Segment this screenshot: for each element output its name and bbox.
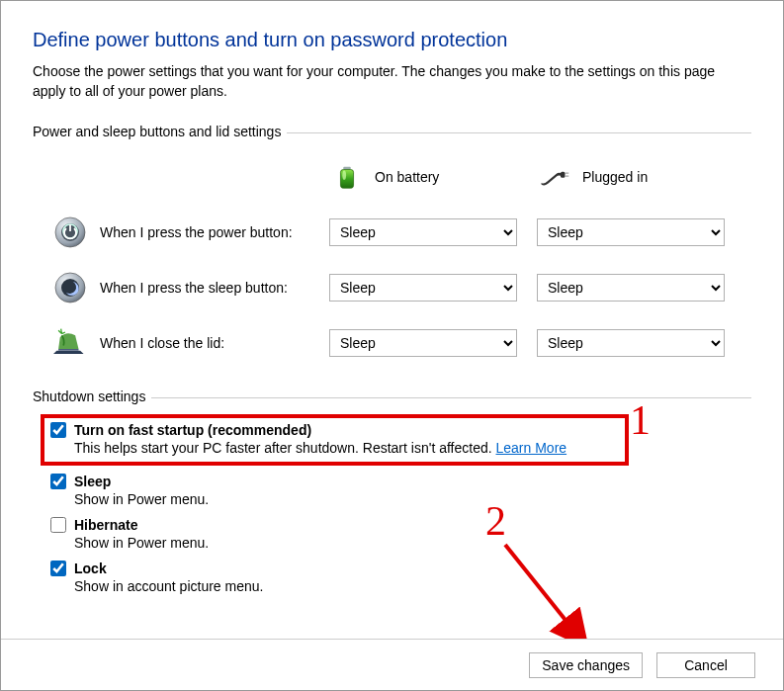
checkbox-label-lock: Lock — [74, 561, 107, 576]
svg-rect-1 — [340, 169, 353, 188]
column-header-battery-label: On battery — [375, 169, 439, 185]
svg-rect-0 — [343, 166, 351, 169]
select-power-battery[interactable]: Sleep — [329, 218, 517, 246]
group-shutdown-settings: Shutdown settings Turn on fast startup (… — [33, 389, 751, 594]
checkbox-label-sleep: Sleep — [74, 474, 111, 489]
column-header-plugged-label: Plugged in — [582, 169, 648, 185]
dialog-button-bar: Save changes Cancel — [1, 639, 783, 690]
cancel-button[interactable]: Cancel — [656, 652, 755, 678]
sleep-button-icon — [52, 270, 88, 305]
save-changes-button[interactable]: Save changes — [529, 652, 643, 678]
checkbox-lock[interactable] — [50, 561, 66, 576]
svg-rect-4 — [566, 172, 569, 173]
check-item-fast-startup: Turn on fast startup (recommended) This … — [50, 422, 619, 456]
page-title: Define power buttons and turn on passwor… — [33, 29, 751, 51]
check-item-lock: Lock Show in account picture menu. — [50, 561, 751, 594]
group-legend-power: Power and sleep buttons and lid settings — [33, 124, 287, 139]
select-lid-battery[interactable]: Sleep — [329, 329, 517, 357]
checkbox-desc-fast-startup: This helps start your PC faster after sh… — [74, 440, 496, 456]
annotation-highlight-box: Turn on fast startup (recommended) This … — [41, 414, 629, 466]
checkbox-desc-lock: Show in account picture menu. — [74, 578, 751, 594]
checkbox-desc-hibernate: Show in Power menu. — [74, 535, 751, 551]
column-header-battery: On battery — [329, 159, 527, 195]
row-sleep-button: When I press the sleep button: Sleep Sle… — [33, 260, 751, 315]
learn-more-link[interactable]: Learn More — [496, 440, 567, 456]
checkbox-hibernate[interactable] — [50, 517, 66, 533]
row-lid: When I close the lid: Sleep Sleep — [33, 315, 751, 371]
checkbox-label-fast-startup: Turn on fast startup (recommended) — [74, 422, 311, 438]
svg-rect-5 — [566, 175, 569, 176]
group-power-sleep-lid: Power and sleep buttons and lid settings — [33, 124, 751, 371]
checkbox-desc-sleep: Show in Power menu. — [74, 491, 751, 507]
checkbox-label-hibernate: Hibernate — [74, 517, 138, 533]
select-lid-plugged[interactable]: Sleep — [537, 329, 725, 357]
select-sleep-plugged[interactable]: Sleep — [537, 274, 725, 302]
column-header-plugged: Plugged in — [537, 159, 735, 195]
row-label-power-button: When I press the power button: — [100, 224, 293, 240]
checkbox-fast-startup[interactable] — [50, 422, 66, 438]
select-sleep-battery[interactable]: Sleep — [329, 274, 517, 302]
select-power-plugged[interactable]: Sleep — [537, 218, 725, 246]
battery-icon — [329, 159, 365, 195]
checkbox-sleep[interactable] — [50, 474, 66, 489]
svg-point-2 — [342, 170, 346, 179]
row-label-sleep-button: When I press the sleep button: — [100, 280, 288, 296]
check-item-sleep: Sleep Show in Power menu. — [50, 474, 751, 507]
plug-icon — [537, 159, 572, 195]
power-button-icon — [52, 215, 88, 250]
svg-rect-3 — [561, 171, 566, 177]
row-power-button: When I press the power button: Sleep Sle… — [33, 205, 751, 260]
row-label-lid: When I close the lid: — [100, 335, 224, 351]
page-subtitle: Choose the power settings that you want … — [33, 61, 751, 102]
check-item-hibernate: Hibernate Show in Power menu. — [50, 517, 751, 551]
lid-icon — [52, 325, 88, 361]
group-legend-shutdown: Shutdown settings — [33, 389, 151, 404]
